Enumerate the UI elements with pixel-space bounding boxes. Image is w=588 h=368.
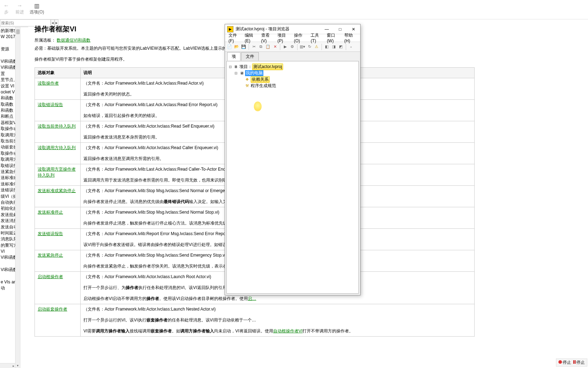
menu-item[interactable]: 项目(P)	[275, 32, 292, 44]
more-icon[interactable]: ▫	[348, 44, 354, 50]
vi-link[interactable]: 发送标准停止	[38, 210, 63, 215]
project-tree[interactable]: ⊟ 🗎 项目： 测试actor.lvproj ⊟ 🖥 我的电脑 ❖ 依赖关系 ⚒…	[226, 61, 359, 294]
computer-icon: 🖥	[239, 70, 244, 75]
vi-link[interactable]: 发送标准或紧急停止	[38, 188, 76, 193]
menu-item[interactable]: 编辑(E)	[243, 32, 259, 44]
sidebar-scrollbar[interactable]: ▾	[15, 27, 20, 368]
vi-link[interactable]: 发送紧急停止	[38, 253, 63, 258]
save-icon[interactable]: 💾	[240, 44, 247, 50]
record-dot-icon	[558, 360, 562, 364]
filter2-icon[interactable]: ◨	[331, 44, 337, 50]
vi-link[interactable]: 读取错误报告	[38, 102, 63, 107]
index-search-strip: ◄ ►	[0, 19, 28, 27]
menubar[interactable]: 文件(F)编辑(E)查看(V)项目(P)操作(O)工具(T)窗口(W)帮助(H)	[225, 34, 360, 42]
vi-link[interactable]: 读取操作者	[38, 81, 59, 86]
view-tabs: 项 文件	[225, 52, 360, 60]
forward-button[interactable]: → 前进	[13, 1, 27, 16]
menu-item[interactable]: 文件(F)	[226, 32, 243, 44]
tree-dependencies[interactable]: ❖ 依赖关系	[228, 76, 357, 82]
root-prefix: 项目：	[239, 64, 252, 70]
sep	[346, 44, 346, 50]
root-name-highlight: 测试actor.lvproj	[252, 63, 283, 70]
props-icon[interactable]: ▥▾	[299, 44, 306, 50]
warn-icon[interactable]: ⚠	[313, 44, 320, 50]
dependencies-icon: ❖	[244, 77, 250, 82]
build-label: 程序生成规范	[251, 83, 276, 89]
back-label: 步	[4, 9, 8, 15]
page-icon: ▥	[33, 2, 40, 9]
owning-link[interactable]: 数据通信VI和函数	[57, 38, 90, 43]
sep	[297, 44, 298, 50]
menu-item[interactable]: 操作(O)	[292, 32, 309, 44]
vi-link[interactable]: 启动根操作者	[38, 274, 63, 279]
sep	[321, 44, 322, 50]
filter1-icon[interactable]: ◧	[324, 44, 330, 50]
toolbar: 📄 📂 💾 ✂ ⧉ 📋 ✕ ▶ ⚙ ▥▾ ↻ ⚠ ◧ ◨ ◩ ▫	[225, 42, 360, 52]
run-icon[interactable]: ▶	[282, 44, 288, 50]
owning-label: 所属选板：	[35, 38, 56, 43]
th-object: 选板对象	[35, 68, 81, 78]
menu-item[interactable]: 帮助(H)	[342, 32, 359, 44]
sep	[280, 44, 280, 50]
index-sidebar: 的新增功能及W 2017 资源 VI和函数VI和函数置里节点、VI和设置 VIo…	[0, 27, 20, 368]
cursor-highlight-icon	[254, 102, 262, 111]
delete-icon[interactable]: ✕	[272, 44, 278, 50]
inline-link[interactable]: 自动根操作者VI	[273, 329, 302, 333]
recording-status-bar: 停止 停止	[556, 358, 587, 367]
back-button[interactable]: ← 步	[0, 1, 13, 16]
sep	[249, 44, 249, 50]
options-button[interactable]: ▥ 选项(O)	[27, 1, 47, 16]
inline-link[interactable]: 启…	[248, 296, 256, 301]
tab-files[interactable]: 文件	[241, 52, 259, 61]
tree-root[interactable]: ⊟ 🗎 项目： 测试actor.lvproj	[228, 63, 357, 70]
menu-item[interactable]: 工具(T)	[308, 32, 325, 44]
labview-app-icon: ▶	[227, 26, 233, 32]
scrollbar-thumb[interactable]	[16, 29, 20, 34]
arrow-left-icon: ←	[3, 2, 10, 9]
new-icon[interactable]: 📄	[226, 44, 233, 50]
open-icon[interactable]: 📂	[233, 44, 240, 50]
window-title: 测试actor.lvproj - 项目浏览器	[236, 26, 320, 32]
build-icon: ⚒	[244, 83, 250, 88]
sidebar-hscroll[interactable]: ▸	[0, 363, 15, 368]
filter3-icon[interactable]: ◩	[338, 44, 344, 50]
forward-label: 前进	[15, 9, 24, 15]
menu-item[interactable]: 窗口(W)	[325, 32, 342, 44]
help-top-toolbar: ← 步 → 前进 ▥ 选项(O)	[0, 0, 588, 19]
menu-item[interactable]: 查看(V)	[259, 32, 276, 44]
vi-link[interactable]: 读取调用方待入队列	[38, 145, 76, 150]
build-icon[interactable]: ⚙	[289, 44, 295, 50]
vi-link[interactable]: 启动嵌套操作者	[38, 307, 67, 312]
pause-button[interactable]: 停止	[573, 360, 585, 366]
collapse-icon[interactable]: ⊟	[234, 71, 238, 75]
stop-button[interactable]: 停止	[558, 360, 571, 366]
project-explorer-window: ▶ 测试actor.lvproj - 项目浏览器 — □ ✕ 文件(F)编辑(E…	[225, 24, 361, 295]
scrollbar-down-icon[interactable]: ▾	[15, 363, 20, 368]
vi-link[interactable]: 读取当前类待入队列	[38, 124, 76, 129]
table-row: 启动嵌套操作者（文件名：Actor Framework.lvlib:Actor.…	[35, 304, 475, 337]
pause-bars-icon	[573, 360, 576, 364]
arrow-right-icon: →	[16, 2, 23, 9]
dependencies-label: 依赖关系	[251, 76, 270, 83]
tree-my-computer[interactable]: ⊟ 🖥 我的电脑	[228, 70, 357, 76]
tab-items[interactable]: 项	[227, 52, 240, 61]
copy-icon[interactable]: ⧉	[258, 44, 264, 50]
my-computer-label: 我的电脑	[245, 70, 263, 76]
paste-icon[interactable]: 📋	[265, 44, 271, 50]
collapse-icon[interactable]: ⊟	[228, 65, 232, 69]
vi-link[interactable]: 读取调用方至操作者待入队列	[38, 167, 76, 178]
refresh-icon[interactable]: ↻	[306, 44, 313, 50]
cut-icon[interactable]: ✂	[251, 44, 257, 50]
tree-build-specs[interactable]: ⚒ 程序生成规范	[228, 82, 357, 89]
options-label: 选项(O)	[30, 9, 44, 15]
project-icon: 🗎	[233, 64, 239, 69]
vi-description: （文件名：Actor Framework.lvlib:Actor.lvclass…	[81, 304, 475, 337]
vi-link[interactable]: 发送错误报告	[38, 231, 63, 236]
